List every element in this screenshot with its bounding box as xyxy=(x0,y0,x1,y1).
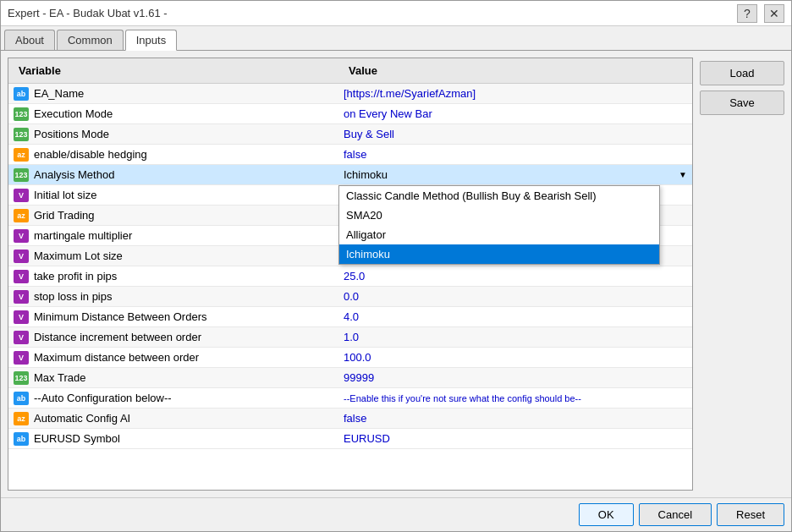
123-icon: 123 xyxy=(14,128,29,141)
close-button[interactable]: ✕ xyxy=(764,4,784,23)
value-cell: [https://t.me/SyariefAzman] xyxy=(338,84,692,103)
variable-label: EA_Name xyxy=(34,87,84,100)
variable-cell: V Maximum Lot size xyxy=(8,246,338,266)
load-button[interactable]: Load xyxy=(700,61,784,85)
cancel-button[interactable]: Cancel xyxy=(639,503,712,526)
dropdown-option-sma20[interactable]: SMA20 xyxy=(339,206,659,225)
variable-cell: V Maximum distance between order xyxy=(8,348,338,367)
tab-common[interactable]: Common xyxy=(57,30,124,50)
variable-label: enable/disable hedging xyxy=(34,148,147,161)
window-title: Expert - EA - Budak Ubat v1.61 - xyxy=(8,7,168,19)
table-body: ab EA_Name [https://t.me/SyariefAzman] 1… xyxy=(8,84,692,491)
dropdown-option-alligator[interactable]: Alligator xyxy=(339,225,659,244)
value-cell: 99999 xyxy=(338,368,692,387)
value-cell: 4.0 xyxy=(338,307,692,326)
content-area: Variable Value ab EA_Name [https://t.me/… xyxy=(1,51,791,497)
reset-button[interactable]: Reset xyxy=(717,503,784,526)
ab-icon: ab xyxy=(14,87,29,101)
main-window: Expert - EA - Budak Ubat v1.61 - ? ✕ Abo… xyxy=(0,0,792,532)
variable-label: --Auto Configuration below-- xyxy=(34,392,172,404)
table-row: V Distance increment between order 1.0 xyxy=(8,327,692,348)
variable-cell: az Grid Trading xyxy=(8,206,338,225)
ok-button[interactable]: OK xyxy=(579,503,634,526)
variable-cell: ab EA_Name xyxy=(8,84,338,103)
footer: OK Cancel Reset xyxy=(1,497,791,531)
az-icon: az xyxy=(14,412,29,425)
123-icon: 123 xyxy=(14,371,29,385)
v-icon: V xyxy=(14,270,29,283)
123-icon: 123 xyxy=(14,168,29,182)
variable-label: Positions Mode xyxy=(34,128,109,140)
variable-label: stop loss in pips xyxy=(34,290,113,303)
analysis-method-row: 123 Analysis Method Ichimoku ▼ Classic C… xyxy=(8,165,692,185)
v-icon: V xyxy=(14,229,29,243)
dropdown-value: Ichimoku xyxy=(344,168,674,181)
table-row: 123 Positions Mode Buy & Sell xyxy=(8,124,692,145)
variable-label: Maximum distance between order xyxy=(34,351,199,364)
value-cell: 25.0 xyxy=(338,266,692,286)
variable-label: Distance increment between order xyxy=(34,331,201,343)
tab-inputs[interactable]: Inputs xyxy=(125,30,177,51)
variable-cell: V Distance increment between order xyxy=(8,327,338,347)
dropdown-option-ichimoku[interactable]: Ichimoku xyxy=(339,244,659,264)
variable-cell: V martingale multiplier xyxy=(8,226,338,245)
table-row: V Maximum distance between order 100.0 xyxy=(8,348,692,368)
variable-label: Execution Mode xyxy=(34,107,113,120)
variable-cell: 123 Positions Mode xyxy=(8,124,338,144)
save-button[interactable]: Save xyxy=(700,90,784,115)
title-bar: Expert - EA - Budak Ubat v1.61 - ? ✕ xyxy=(1,1,791,26)
value-cell: Buy & Sell xyxy=(338,124,692,144)
variable-cell: 123 Analysis Method xyxy=(8,165,338,184)
col-variable-header: Variable xyxy=(14,62,344,80)
dropdown-option-classic[interactable]: Classic Candle Method (Bullish Buy & Bea… xyxy=(339,186,659,206)
table-row: ab EURUSD Symbol EURUSD xyxy=(8,429,692,449)
variable-label: Automatic Config AI xyxy=(34,412,130,425)
value-cell: on Every New Bar xyxy=(338,104,692,123)
variable-label: take profit in pips xyxy=(34,270,117,282)
variable-cell: 123 Max Trade xyxy=(8,368,338,387)
v-icon: V xyxy=(14,250,29,263)
table-row: az Automatic Config AI false xyxy=(8,409,692,429)
tab-bar: About Common Inputs xyxy=(1,26,791,51)
variable-label: Analysis Method xyxy=(34,168,114,181)
table-row: V Minimum Distance Between Orders 4.0 xyxy=(8,307,692,327)
variable-cell: V stop loss in pips xyxy=(8,287,338,306)
table-row: 123 Max Trade 99999 xyxy=(8,368,692,388)
value-cell: 1.0 xyxy=(338,327,692,347)
variable-label: Max Trade xyxy=(34,371,85,384)
variable-label: Maximum Lot size xyxy=(34,250,123,262)
title-bar-controls: ? ✕ xyxy=(737,4,784,23)
table-row: V stop loss in pips 0.0 xyxy=(8,287,692,307)
ab-icon: ab xyxy=(14,392,29,405)
variable-cell: az enable/disable hedging xyxy=(8,145,338,164)
value-cell: 0.0 xyxy=(338,287,692,306)
tab-about[interactable]: About xyxy=(4,30,55,50)
variable-label: Grid Trading xyxy=(34,209,95,222)
table-row: V take profit in pips 25.0 xyxy=(8,266,692,287)
help-button[interactable]: ? xyxy=(737,4,757,23)
v-icon: V xyxy=(14,310,29,324)
table-row: 123 Execution Mode on Every New Bar xyxy=(8,104,692,124)
value-cell: false xyxy=(338,409,692,428)
v-icon: V xyxy=(14,331,29,344)
az-icon: az xyxy=(14,148,29,162)
ab-icon: ab xyxy=(14,432,29,446)
v-icon: V xyxy=(14,351,29,365)
variable-label: Minimum Distance Between Orders xyxy=(34,310,206,323)
value-cell: --Enable this if you're not sure what th… xyxy=(338,388,692,408)
v-icon: V xyxy=(14,189,29,202)
table-row: ab EA_Name [https://t.me/SyariefAzman] xyxy=(8,84,692,104)
col-value-header: Value xyxy=(344,62,687,80)
variable-label: martingale multiplier xyxy=(34,229,132,242)
variable-cell: V Minimum Distance Between Orders xyxy=(8,307,338,326)
variable-cell: ab EURUSD Symbol xyxy=(8,429,338,448)
variable-cell: 123 Execution Mode xyxy=(8,104,338,123)
dropdown-cell[interactable]: Ichimoku ▼ xyxy=(338,165,692,184)
value-cell: false xyxy=(338,145,692,164)
123-icon: 123 xyxy=(14,107,29,121)
variable-label: EURUSD Symbol xyxy=(34,432,120,445)
variable-cell: V take profit in pips xyxy=(8,266,338,286)
side-panel: Load Save xyxy=(700,58,784,491)
chevron-down-icon: ▼ xyxy=(679,170,687,179)
dropdown-popup: Classic Candle Method (Bullish Buy & Bea… xyxy=(338,185,660,265)
